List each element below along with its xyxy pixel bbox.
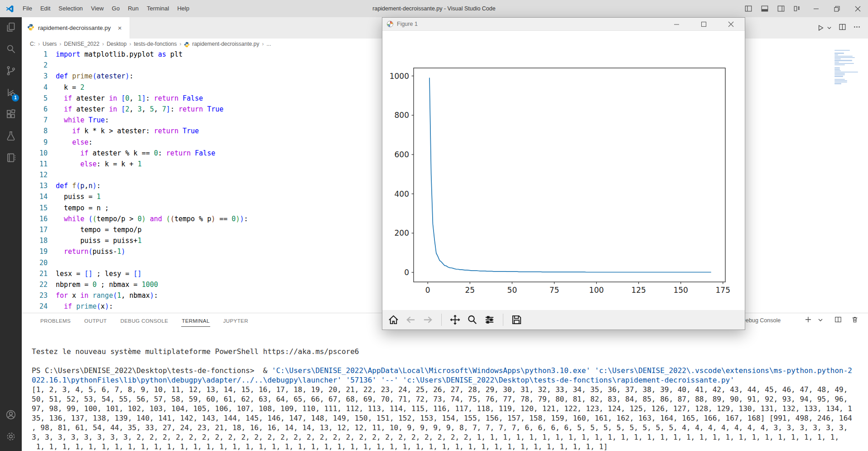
line-number: 6 [22, 104, 48, 115]
back-icon[interactable] [405, 314, 416, 325]
terminal-line: 022.16.1\pythonFiles\lib\python\debugpy\… [32, 375, 868, 385]
sidebar-item-source-control[interactable] [0, 61, 22, 82]
sidebar-item-explorer[interactable] [0, 17, 22, 39]
menu-terminal[interactable]: Terminal [143, 0, 173, 17]
breadcrumb-separator: › [36, 41, 42, 47]
toggle-panel-icon[interactable] [761, 5, 769, 13]
svg-text:50: 50 [507, 286, 517, 295]
line-number: 22 [22, 279, 48, 290]
panel-tab-problems[interactable]: PROBLEMS [40, 315, 71, 326]
terminal-line: [1, 2, 3, 4, 5, 6, 7, 8, 9, 10, 11, 12, … [32, 385, 868, 394]
terminal-picker-label[interactable]: Debug Console [742, 313, 781, 328]
breadcrumb-item[interactable]: rapidement-decroissante.py [191, 41, 260, 47]
line-number: 7 [22, 115, 48, 126]
new-terminal-icon[interactable] [805, 316, 812, 325]
settings-button[interactable] [0, 427, 22, 448]
minimap[interactable] [834, 50, 861, 85]
line-number: 20 [22, 257, 48, 268]
svg-text:0: 0 [404, 268, 409, 277]
menu-edit[interactable]: Edit [36, 0, 54, 17]
figure-maximize-button[interactable] [700, 21, 707, 27]
breadcrumb-item[interactable]: Users [42, 41, 58, 47]
forward-icon[interactable] [422, 314, 434, 325]
customize-layout-icon[interactable] [793, 5, 801, 13]
panel-actions [805, 313, 868, 328]
matplotlib-icon [386, 20, 394, 28]
svg-text:200: 200 [395, 228, 409, 238]
line-number: 4 [22, 82, 48, 93]
gear-icon [5, 431, 17, 444]
terminal-line [32, 356, 868, 366]
terminal-line: 97, 98, 99, 100, 101, 102, 103, 104, 105… [32, 404, 868, 413]
terminal-line: 35, 136, 137, 138, 139, 140, 141, 142, 1… [32, 413, 868, 423]
menu-view[interactable]: View [87, 0, 108, 17]
breadcrumb-item[interactable]: C: [29, 41, 36, 47]
toggle-sidebar-icon[interactable] [744, 5, 752, 13]
breadcrumb-item[interactable]: DENISE_2022 [63, 41, 100, 47]
menu-file[interactable]: File [19, 0, 36, 17]
sidebar-item-search[interactable] [0, 39, 22, 61]
figure-window[interactable]: Figure 1 0255075100125150175020040060080… [382, 17, 745, 330]
zoom-icon[interactable] [467, 314, 478, 325]
figure-minimize-button[interactable] [673, 21, 680, 27]
window-close-button[interactable] [847, 0, 868, 17]
menu-run[interactable]: Run [124, 0, 143, 17]
line-number: 21 [22, 268, 48, 279]
terminal-dropdown-icon[interactable] [818, 316, 823, 325]
figure-close-button[interactable] [728, 21, 734, 27]
home-icon[interactable] [388, 314, 399, 325]
tab-close-icon[interactable]: × [115, 24, 124, 33]
split-editor-icon[interactable] [839, 23, 846, 33]
window-minimize-button[interactable] [805, 0, 826, 17]
breadcrumb-separator: › [100, 41, 106, 47]
terminal-output[interactable]: Testez le nouveau système multiplateform… [22, 328, 868, 451]
figure-titlebar[interactable]: Figure 1 [382, 18, 745, 31]
sidebar-item-run-debug[interactable]: 1 [0, 82, 22, 104]
subplots-icon[interactable] [484, 314, 495, 325]
toggle-secondary-sidebar-icon[interactable] [777, 5, 785, 13]
svg-text:75: 75 [550, 286, 559, 295]
run-python-file-button[interactable] [817, 24, 832, 32]
panel-tab-jupyter[interactable]: JUPYTER [223, 315, 249, 326]
sidebar-item-extensions[interactable] [0, 104, 22, 126]
split-terminal-icon[interactable] [834, 316, 842, 325]
terminal-line: 3, 3, 3, 3, 3, 3, 3, 3, 2, 2, 2, 2, 2, 2… [32, 432, 868, 442]
pan-icon[interactable] [449, 314, 461, 325]
line-number: 12 [22, 170, 48, 180]
menu-help[interactable]: Help [173, 0, 193, 17]
breadcrumb-item[interactable]: Desktop [106, 41, 127, 47]
title-bar: FileEditSelectionViewGoRunTerminalHelp r… [0, 0, 868, 17]
terminal-line: PS C:\Users\DENISE_2022\Desktop\tests-de… [32, 366, 868, 375]
line-number: 13 [22, 180, 48, 191]
line-number: 14 [22, 191, 48, 202]
breadcrumb-item[interactable]: tests-de-fonctions [133, 41, 178, 47]
panel-tab-output[interactable]: OUTPUT [84, 315, 107, 326]
line-number: 17 [22, 224, 48, 235]
line-number: 3 [22, 71, 48, 82]
more-actions-icon[interactable] [853, 23, 861, 33]
window-restore-button[interactable] [826, 0, 847, 17]
svg-text:25: 25 [465, 286, 475, 295]
breadcrumb-separator: › [127, 41, 133, 47]
menu-bar: FileEditSelectionViewGoRunTerminalHelp [19, 0, 193, 17]
menu-go[interactable]: Go [108, 0, 124, 17]
account-button[interactable] [0, 405, 22, 427]
line-chart: 025507510012515017502004006008001000 [382, 31, 745, 310]
tab-label: rapidement-decroissante.py [38, 24, 111, 31]
titlebar-controls [740, 0, 868, 17]
svg-text:800: 800 [395, 111, 409, 120]
breadcrumb-item[interactable]: ... [265, 41, 272, 47]
line-number: 5 [22, 93, 48, 104]
save-icon[interactable] [511, 314, 522, 325]
line-number: 16 [22, 213, 48, 224]
panel-tab-terminal[interactable]: TERMINAL [181, 315, 210, 327]
menu-selection[interactable]: Selection [54, 0, 87, 17]
sidebar-item-notebook[interactable] [0, 148, 22, 170]
line-number: 1 [22, 49, 48, 60]
kill-terminal-icon[interactable] [851, 316, 858, 325]
plot-canvas: 025507510012515017502004006008001000 [382, 31, 745, 310]
sidebar-item-testing[interactable] [0, 126, 22, 148]
tab-rapidement-decroissante[interactable]: rapidement-decroissante.py × [22, 17, 130, 39]
line-number: 9 [22, 137, 48, 148]
panel-tab-debug-console[interactable]: DEBUG CONSOLE [120, 315, 169, 326]
